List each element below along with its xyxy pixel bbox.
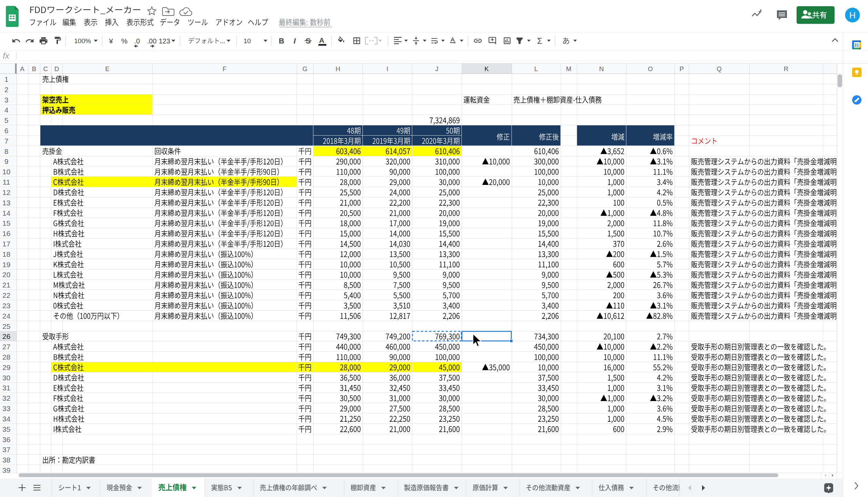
svg-text:%: %	[121, 37, 128, 45]
svg-text:27: 27	[2, 343, 10, 351]
svg-text:10: 10	[244, 37, 251, 45]
svg-text:13: 13	[2, 199, 10, 207]
svg-text:R: R	[784, 65, 788, 72]
svg-text:24: 24	[2, 312, 11, 320]
svg-text:M: M	[566, 65, 571, 72]
svg-text:32: 32	[2, 394, 10, 402]
svg-text:D: D	[55, 65, 59, 72]
svg-text:1: 1	[4, 75, 9, 83]
svg-text:33: 33	[2, 405, 10, 412]
svg-text:22: 22	[2, 291, 10, 299]
svg-text:35: 35	[2, 425, 10, 433]
svg-text:26: 26	[2, 332, 10, 340]
svg-text:23: 23	[2, 302, 10, 310]
svg-text:H: H	[336, 65, 340, 72]
svg-text:30: 30	[2, 374, 10, 382]
svg-text:31: 31	[2, 384, 10, 392]
svg-text:38: 38	[2, 456, 10, 464]
svg-text:100%: 100%	[74, 37, 91, 45]
svg-text:K: K	[484, 65, 489, 72]
svg-text:Q: Q	[717, 65, 721, 72]
svg-text:11: 11	[3, 178, 10, 186]
svg-text:31: 31	[854, 43, 859, 48]
svg-text:.0: .0	[134, 37, 140, 45]
svg-text:28: 28	[2, 353, 10, 361]
svg-text:14: 14	[2, 209, 11, 217]
svg-text:34: 34	[2, 415, 11, 423]
svg-text:7: 7	[4, 137, 9, 145]
svg-text:P: P	[680, 65, 684, 72]
svg-text:15: 15	[2, 219, 10, 227]
svg-text:2: 2	[4, 86, 9, 94]
svg-text:36: 36	[2, 436, 10, 444]
svg-text:25: 25	[2, 322, 10, 330]
svg-text:L: L	[534, 65, 538, 72]
svg-text:B: B	[279, 37, 284, 45]
svg-text:19: 19	[2, 261, 10, 269]
svg-text:18: 18	[2, 250, 10, 258]
svg-text:A: A	[20, 65, 24, 72]
svg-text:H: H	[849, 10, 856, 20]
svg-text:39: 39	[2, 466, 10, 474]
svg-text:17: 17	[2, 240, 10, 248]
svg-text:Σ: Σ	[537, 36, 542, 46]
svg-text:B: B	[32, 65, 36, 72]
svg-text:J: J	[435, 65, 438, 72]
svg-text:N: N	[599, 65, 604, 72]
svg-text:20: 20	[2, 271, 10, 279]
svg-text:29: 29	[2, 363, 10, 371]
svg-text:I: I	[294, 37, 296, 45]
svg-text:¥: ¥	[109, 37, 113, 45]
svg-text:fx: fx	[3, 51, 10, 60]
svg-text:E: E	[105, 65, 109, 72]
svg-text:3: 3	[4, 96, 9, 104]
svg-text:9: 9	[4, 157, 9, 165]
svg-text:I: I	[386, 65, 388, 72]
svg-text:37: 37	[2, 446, 10, 454]
svg-text:O: O	[648, 65, 653, 72]
svg-text:A: A	[319, 36, 324, 44]
svg-text:C: C	[43, 65, 48, 72]
svg-text:F: F	[223, 65, 226, 72]
svg-text:16: 16	[2, 230, 10, 237]
svg-text:21: 21	[2, 281, 10, 289]
svg-text:5: 5	[4, 116, 9, 124]
svg-text:123: 123	[159, 37, 170, 45]
svg-text:4: 4	[4, 106, 9, 114]
svg-text:10: 10	[2, 168, 10, 176]
svg-text:6: 6	[4, 127, 9, 135]
svg-text:8: 8	[4, 147, 9, 155]
svg-text:12: 12	[2, 188, 10, 196]
svg-text:.00: .00	[147, 37, 157, 45]
svg-text:G: G	[303, 65, 307, 72]
